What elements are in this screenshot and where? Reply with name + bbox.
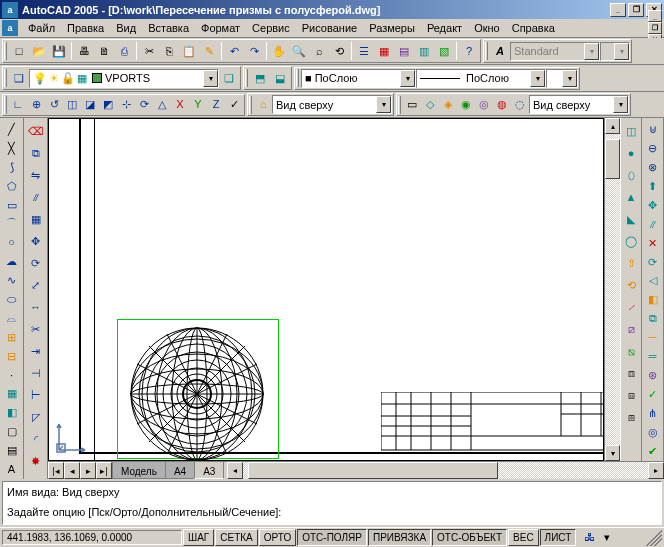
- menu-format[interactable]: Формат: [195, 20, 246, 36]
- ucs-apply-btn[interactable]: ✓: [225, 96, 243, 114]
- offset-tool[interactable]: ⫽: [25, 186, 47, 208]
- menu-help[interactable]: Справка: [506, 20, 561, 36]
- menu-tools[interactable]: Сервис: [246, 20, 296, 36]
- break-tool[interactable]: ⊣: [25, 362, 47, 384]
- ucs-face-btn[interactable]: ◫: [63, 96, 81, 114]
- save-button[interactable]: 💾: [49, 41, 69, 61]
- shade-flat-edge-btn[interactable]: ◍: [493, 96, 511, 114]
- revolve-tool[interactable]: ⟲: [620, 274, 642, 296]
- xline-tool[interactable]: ╳: [1, 139, 23, 158]
- scroll-left-btn[interactable]: ◂: [227, 462, 243, 479]
- drawing-canvas[interactable]: [48, 118, 604, 461]
- tab-next-btn[interactable]: ▸: [80, 462, 96, 479]
- dropdown-icon[interactable]: ▾: [530, 70, 545, 87]
- scroll-down-btn[interactable]: ▾: [605, 445, 620, 461]
- markup-button[interactable]: ▧: [434, 41, 454, 61]
- zoom-window-button[interactable]: ⌕: [309, 41, 329, 61]
- erase-tool[interactable]: ⌫: [25, 120, 47, 142]
- sphere-tool[interactable]: ●: [620, 142, 642, 164]
- check-tool[interactable]: ✔: [642, 442, 664, 461]
- copy-button[interactable]: ⎘: [159, 41, 179, 61]
- rotate-tool[interactable]: ⟳: [25, 252, 47, 274]
- shade-gouraud-btn[interactable]: ◎: [475, 96, 493, 114]
- offset-face-tool[interactable]: ⫽: [642, 215, 664, 234]
- cut-button[interactable]: ✂: [139, 41, 159, 61]
- toolbar-grip[interactable]: [398, 96, 401, 114]
- tab-a4[interactable]: A4: [165, 462, 195, 479]
- toolbar-grip[interactable]: [4, 96, 7, 114]
- resize-grip[interactable]: [646, 530, 662, 546]
- shell-tool[interactable]: ◎: [642, 423, 664, 442]
- command-window[interactable]: Имя вида: Вид сверху Задайте опцию [Пск/…: [2, 481, 662, 525]
- copy-obj-tool[interactable]: ⧉: [25, 142, 47, 164]
- match-prop-button[interactable]: ✎: [199, 41, 219, 61]
- union-tool[interactable]: ⊎: [642, 120, 664, 139]
- paste-button[interactable]: 📋: [179, 41, 199, 61]
- shade-3d-btn[interactable]: ◇: [421, 96, 439, 114]
- shade-hidden-btn[interactable]: ◈: [439, 96, 457, 114]
- tool-palette-button[interactable]: ▤: [394, 41, 414, 61]
- mtext-tool[interactable]: A: [1, 460, 23, 479]
- view-combo-2[interactable]: Вид сверху ▾: [529, 95, 629, 114]
- tab-a3[interactable]: A3: [194, 462, 224, 479]
- scroll-right-btn[interactable]: ▸: [648, 462, 664, 479]
- insert-block-tool[interactable]: ⊞: [1, 328, 23, 347]
- toolbar-grip[interactable]: [4, 42, 7, 60]
- toolbar-grip[interactable]: [4, 69, 7, 87]
- trim-tool[interactable]: ✂: [25, 318, 47, 340]
- point-tool[interactable]: ·: [1, 366, 23, 385]
- hatch-tool[interactable]: ▦: [1, 384, 23, 403]
- tab-last-btn[interactable]: ▸|: [96, 462, 112, 479]
- setup-draw-tool[interactable]: ⧈: [620, 362, 642, 384]
- ucs-view-btn[interactable]: ◩: [99, 96, 117, 114]
- named-views-btn[interactable]: ⌂: [254, 96, 272, 114]
- print-button[interactable]: 🖶: [74, 41, 94, 61]
- taper-face-tool[interactable]: ◁: [642, 272, 664, 291]
- ellipse-arc-tool[interactable]: ⌓: [1, 309, 23, 328]
- pan-button[interactable]: ✋: [269, 41, 289, 61]
- setup-view-tool[interactable]: ⧇: [620, 384, 642, 406]
- extend-tool[interactable]: ⇥: [25, 340, 47, 362]
- break-at-tool[interactable]: ⊢: [25, 384, 47, 406]
- move-face-tool[interactable]: ✥: [642, 196, 664, 215]
- line-tool[interactable]: ╱: [1, 120, 23, 139]
- mdi-minimize[interactable]: _: [648, 10, 662, 22]
- make-current-button[interactable]: ⬒: [250, 68, 270, 88]
- menu-modify[interactable]: Редакт: [421, 20, 468, 36]
- status-toggle-отс-поляр[interactable]: ОТС-ПОЛЯР: [297, 529, 367, 546]
- move-tool[interactable]: ✥: [25, 230, 47, 252]
- cone-tool[interactable]: ▲: [620, 186, 642, 208]
- scale-tool[interactable]: ⤢: [25, 274, 47, 296]
- shade-2d-btn[interactable]: ▭: [403, 96, 421, 114]
- layer-prev-button[interactable]: ❏: [219, 68, 239, 88]
- menu-edit[interactable]: Правка: [61, 20, 110, 36]
- polygon-tool[interactable]: ⬠: [1, 177, 23, 196]
- table-tool[interactable]: ▤: [1, 441, 23, 460]
- box-tool[interactable]: ◫: [620, 120, 642, 142]
- linetype-combo[interactable]: ПоСлою ▾: [416, 69, 546, 88]
- ucs-z-btn[interactable]: ⟳: [135, 96, 153, 114]
- extrude-tool[interactable]: ⇧: [620, 252, 642, 274]
- section-tool[interactable]: ⧄: [620, 318, 642, 340]
- layer-manager-button[interactable]: ❑: [9, 68, 29, 88]
- rotate-face-tool[interactable]: ⟳: [642, 253, 664, 272]
- new-button[interactable]: □: [9, 41, 29, 61]
- toolbar-grip[interactable]: [245, 69, 248, 87]
- fillet-tool[interactable]: ◜: [25, 428, 47, 450]
- layer-iso-button[interactable]: ⬓: [270, 68, 290, 88]
- scroll-thumb[interactable]: [605, 139, 620, 179]
- ucs-zrot-btn[interactable]: Z: [207, 96, 225, 114]
- redo-button[interactable]: ↷: [244, 41, 264, 61]
- explode-tool[interactable]: ✸: [25, 450, 47, 472]
- undo-button[interactable]: ↶: [224, 41, 244, 61]
- spline-tool[interactable]: ∿: [1, 271, 23, 290]
- open-button[interactable]: 📂: [29, 41, 49, 61]
- ucs-obj-btn[interactable]: ◪: [81, 96, 99, 114]
- make-block-tool[interactable]: ⊟: [1, 347, 23, 366]
- status-toggle-сетка[interactable]: СЕТКА: [215, 529, 258, 546]
- menu-file[interactable]: Файл: [22, 20, 61, 36]
- horizontal-scrollbar[interactable]: ◂ ▸: [227, 462, 664, 479]
- zoom-realtime-button[interactable]: 🔍: [289, 41, 309, 61]
- cylinder-tool[interactable]: ⬯: [620, 164, 642, 186]
- status-toggle-привязка[interactable]: ПРИВЯЗКА: [368, 529, 431, 546]
